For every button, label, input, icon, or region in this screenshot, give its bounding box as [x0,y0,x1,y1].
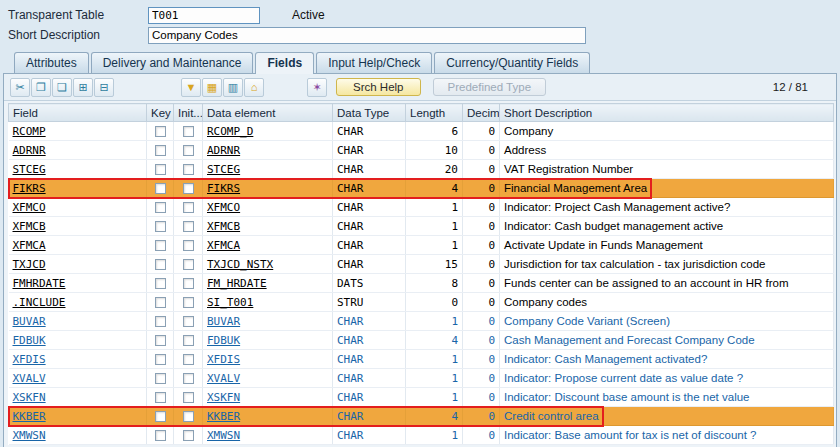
field-name-link[interactable]: .INCLUDE [13,296,66,309]
initial-value-checkbox[interactable] [183,164,194,175]
field-name-link[interactable]: KKBER [13,410,46,423]
field-row-fdbuk[interactable]: FDBUKFDBUKCHAR40Cash Management and Fore… [9,331,834,350]
field-name-link[interactable]: XFMCB [13,220,46,233]
key-checkbox[interactable] [155,392,166,403]
initial-value-checkbox[interactable] [183,411,194,422]
tab-attributes[interactable]: Attributes [14,52,89,73]
key-checkbox[interactable] [155,126,166,137]
data-element-link[interactable]: RCOMP_D [207,125,253,138]
initial-value-checkbox[interactable] [183,240,194,251]
data-element-link[interactable]: TXJCD_NSTX [207,258,273,271]
key-checkbox[interactable] [155,373,166,384]
data-element-link[interactable]: SI_T001 [207,296,253,309]
tab-fields[interactable]: Fields [255,52,314,74]
data-element-link[interactable]: XFMCB [207,220,240,233]
field-row-xfdis[interactable]: XFDISXFDISCHAR10Indicator: Cash Manageme… [9,350,834,369]
data-element-link[interactable]: FDBUK [207,334,240,347]
key-checkbox[interactable] [155,411,166,422]
field-row-include[interactable]: .INCLUDESI_T001STRU00Company codes [9,293,834,312]
table-name-input[interactable] [148,7,260,24]
tab-currency-quantity-fields[interactable]: Currency/Quantity Fields [434,52,590,73]
initial-value-checkbox[interactable] [183,259,194,270]
key-checkbox[interactable] [155,297,166,308]
copy-icon[interactable]: ❐ [31,78,51,97]
field-name-link[interactable]: XFMCO [13,201,46,214]
field-name-link[interactable]: FDBUK [13,334,46,347]
key-checkbox[interactable] [155,354,166,365]
select-block-icon[interactable]: ▥ [223,78,243,97]
data-element-link[interactable]: STCEG [207,163,240,176]
key-checkbox[interactable] [155,335,166,346]
field-name-link[interactable]: BUVAR [13,315,46,328]
field-row-xmwsn[interactable]: XMWSNXMWSNCHAR10Indicator: Base amount f… [9,426,834,445]
insert-row-icon[interactable]: ⊞ [73,78,93,97]
field-row-txjcd[interactable]: TXJCDTXJCD_NSTXCHAR150Jurisdiction for t… [9,255,834,274]
field-row-xfmca[interactable]: XFMCAXFMCACHAR10Activate Update in Funds… [9,236,834,255]
key-checkbox[interactable] [155,316,166,327]
field-row-stceg[interactable]: STCEGSTCEGCHAR200VAT Registration Number [9,160,834,179]
filter-icon[interactable]: ▼ [181,78,201,97]
data-element-link[interactable]: FM_HRDATE [207,277,267,290]
initial-value-checkbox[interactable] [183,126,194,137]
field-name-link[interactable]: XFDIS [13,353,46,366]
data-element-link[interactable]: KKBER [207,410,240,423]
key-checkbox[interactable] [155,240,166,251]
field-name-link[interactable]: FIKRS [13,182,46,195]
initial-value-checkbox[interactable] [183,316,194,327]
short-description-input[interactable] [148,27,586,44]
key-checkbox[interactable] [155,202,166,213]
field-row-xfmcb[interactable]: XFMCBXFMCBCHAR10Indicator: Cash budget m… [9,217,834,236]
field-name-link[interactable]: TXJCD [13,258,46,271]
field-name-link[interactable]: RCOMP [13,125,46,138]
field-name-link[interactable]: XMWSN [13,429,46,442]
data-element-link[interactable]: XVALV [207,372,240,385]
key-checkbox[interactable] [155,430,166,441]
data-element-link[interactable]: XFMCO [207,201,240,214]
data-element-link[interactable]: FIKRS [207,182,240,195]
tab-input-help-check[interactable]: Input Help/Check [316,52,432,73]
field-row-fikrs[interactable]: FIKRSFIKRSCHAR40Financial Management Are… [9,179,834,198]
initial-value-checkbox[interactable] [183,278,194,289]
field-name-link[interactable]: XFMCA [13,239,46,252]
key-checkbox[interactable] [155,183,166,194]
key-checkbox[interactable] [155,164,166,175]
field-row-xskfn[interactable]: XSKFNXSKFNCHAR10Indicator: Discount base… [9,388,834,407]
data-element-link[interactable]: BUVAR [207,315,240,328]
field-name-link[interactable]: XSKFN [13,391,46,404]
field-row-adrnr[interactable]: ADRNRADRNRCHAR100Address [9,141,834,160]
field-row-rcomp[interactable]: RCOMPRCOMP_DCHAR60Company [9,122,834,141]
field-name-link[interactable]: FMHRDATE [13,277,66,290]
initial-value-checkbox[interactable] [183,354,194,365]
srch-help-proposal-icon[interactable]: ✶ [307,78,327,97]
field-row-fmhrdate[interactable]: FMHRDATEFM_HRDATEDATS80Funds center can … [9,274,834,293]
initial-value-checkbox[interactable] [183,145,194,156]
new-rows-icon[interactable]: ▦ [202,78,222,97]
initial-value-checkbox[interactable] [183,335,194,346]
srch-help-button[interactable]: Srch Help [336,78,421,96]
initial-value-checkbox[interactable] [183,297,194,308]
initial-value-checkbox[interactable] [183,202,194,213]
key-checkbox[interactable] [155,145,166,156]
data-element-link[interactable]: XFDIS [207,353,240,366]
initial-value-checkbox[interactable] [183,221,194,232]
initial-value-checkbox[interactable] [183,183,194,194]
initial-value-checkbox[interactable] [183,373,194,384]
delete-row-icon[interactable]: ⊟ [94,78,114,97]
initial-value-checkbox[interactable] [183,430,194,441]
field-row-buvar[interactable]: BUVARBUVARCHAR10Company Code Variant (Sc… [9,312,834,331]
tab-delivery-and-maintenance[interactable]: Delivery and Maintenance [91,52,254,73]
field-name-link[interactable]: ADRNR [13,144,46,157]
expand-icon[interactable]: ⌂ [244,78,264,97]
data-element-link[interactable]: XSKFN [207,391,240,404]
data-element-link[interactable]: XMWSN [207,429,240,442]
key-checkbox[interactable] [155,278,166,289]
key-checkbox[interactable] [155,259,166,270]
field-row-kkber[interactable]: KKBERKKBERCHAR40Credit control area [9,407,834,426]
data-element-link[interactable]: XFMCA [207,239,240,252]
predefined-type-button[interactable]: Predefined Type [433,78,547,96]
initial-value-checkbox[interactable] [183,392,194,403]
cut-icon[interactable]: ✂ [10,78,30,97]
field-row-xvalv[interactable]: XVALVXVALVCHAR10Indicator: Propose curre… [9,369,834,388]
field-name-link[interactable]: STCEG [13,163,46,176]
key-checkbox[interactable] [155,221,166,232]
